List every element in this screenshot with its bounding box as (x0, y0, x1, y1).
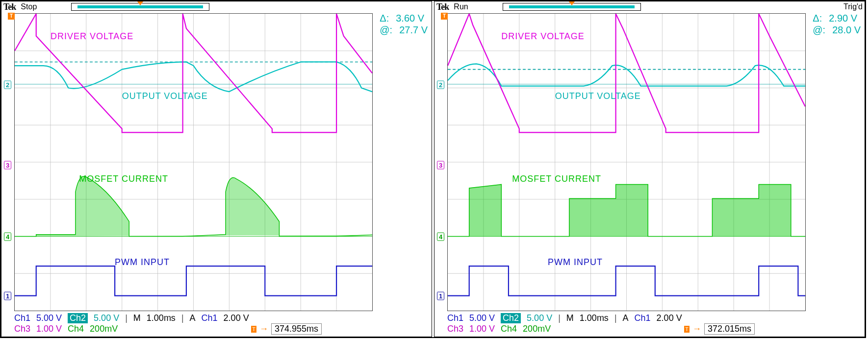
trigd-label: Trig'd (843, 2, 863, 11)
sweep-indicator (71, 3, 209, 11)
ch2-marker: 2 (437, 81, 444, 89)
time-ref-value: 374.955ms (271, 323, 322, 335)
t-origin-icon: T (8, 13, 15, 20)
timebase-label: M (566, 313, 574, 323)
ch4-scale: 200mV (523, 324, 551, 334)
ch2-marker: 2 (4, 81, 11, 89)
ch1-name: Ch1 (14, 313, 30, 323)
trig-source: Ch1 (635, 313, 651, 323)
trig-label: A (190, 313, 196, 323)
at-label: @: (813, 24, 825, 36)
ch2-scale: 5.00 V (94, 313, 119, 323)
ch4-name: Ch4 (68, 324, 84, 334)
at-value: 27.7 V (399, 24, 428, 36)
ch4-marker: 4 (4, 232, 11, 241)
sweep-indicator (503, 3, 641, 11)
trigger-marker-icon (137, 1, 143, 5)
trig-level: 2.00 V (657, 313, 682, 323)
pwm-input-label: PWM INPUT (115, 257, 170, 267)
scope-a-topbar: Tek Stop (1, 1, 432, 12)
scope-b-bottombar: Ch1 5.00 V Ch2 5.00 V | M 1.00ms | A Ch1… (434, 312, 865, 337)
brand-label: Tek (436, 2, 449, 12)
t-origin-icon: T (441, 13, 448, 20)
delta-value: 3.60 V (396, 12, 424, 24)
time-ref-value: 372.015ms (704, 323, 755, 335)
ch1-scale: 5.00 V (469, 313, 495, 323)
ch2-tag: Ch2 (68, 313, 88, 323)
cursor-readout: Δ:3.60 V @:27.7 V (380, 12, 428, 36)
delta-label: Δ: (380, 12, 389, 24)
trig-level: 2.00 V (224, 313, 249, 323)
scope-b: Tek Run Trig'd Δ:2.90 V @:28.0 V T (434, 1, 865, 337)
scope-a-bottombar: Ch1 5.00 V Ch2 5.00 V | M 1.00ms | A Ch1… (1, 312, 432, 337)
at-label: @: (380, 24, 392, 36)
timebase-value: 1.00ms (580, 313, 609, 323)
ch1-marker: 1 (4, 291, 11, 300)
scope-a: Tek Stop Δ:3.60 V @:27.7 V T (1, 1, 432, 337)
trig-source: Ch1 (202, 313, 218, 323)
ch4-marker: 4 (437, 232, 444, 241)
plot-area: T (14, 13, 373, 311)
timebase-label: M (133, 313, 141, 323)
ch3-scale: 1.00 V (36, 324, 62, 334)
scope-b-svg (448, 14, 805, 311)
at-value: 28.0 V (832, 24, 861, 36)
ch3-marker: 3 (437, 161, 444, 170)
scope-b-topbar: Tek Run Trig'd (434, 1, 865, 12)
trigger-marker-icon (569, 1, 575, 5)
plot-area: T (447, 13, 806, 311)
ch3-name: Ch3 (14, 324, 30, 334)
time-ref-icon: T (251, 326, 256, 333)
ch1-name: Ch1 (447, 313, 463, 323)
ch4-name: Ch4 (501, 324, 517, 334)
ch1-scale: 5.00 V (36, 313, 62, 323)
output-voltage-label: OUTPUT VOLTAGE (122, 91, 208, 101)
acq-state: Stop (21, 2, 37, 11)
mosfet-current-label: MOSFET CURRENT (512, 174, 601, 184)
ch1-marker: 1 (437, 291, 444, 300)
ch3-marker: 3 (4, 161, 11, 170)
time-ref-icon: T (684, 326, 689, 333)
cursor-readout: Δ:2.90 V @:28.0 V (813, 12, 861, 36)
timebase-value: 1.00ms (147, 313, 176, 323)
trig-label: A (623, 313, 629, 323)
ch2-scale: 5.00 V (527, 313, 552, 323)
driver-voltage-label: DRIVER VOLTAGE (51, 31, 133, 42)
acq-state: Run (454, 2, 468, 11)
output-voltage-label: OUTPUT VOLTAGE (555, 91, 641, 101)
ch3-name: Ch3 (447, 324, 463, 334)
ch4-scale: 200mV (90, 324, 118, 334)
ch2-tag: Ch2 (501, 313, 521, 323)
scope-a-svg (15, 14, 372, 311)
delta-label: Δ: (813, 12, 822, 24)
delta-value: 2.90 V (829, 12, 857, 24)
mosfet-current-label: MOSFET CURRENT (79, 174, 168, 184)
pwm-input-label: PWM INPUT (548, 257, 603, 267)
brand-label: Tek (3, 2, 16, 12)
driver-voltage-label: DRIVER VOLTAGE (501, 31, 584, 42)
ch3-scale: 1.00 V (469, 324, 495, 334)
figure-container: Tek Stop Δ:3.60 V @:27.7 V T (0, 0, 866, 338)
